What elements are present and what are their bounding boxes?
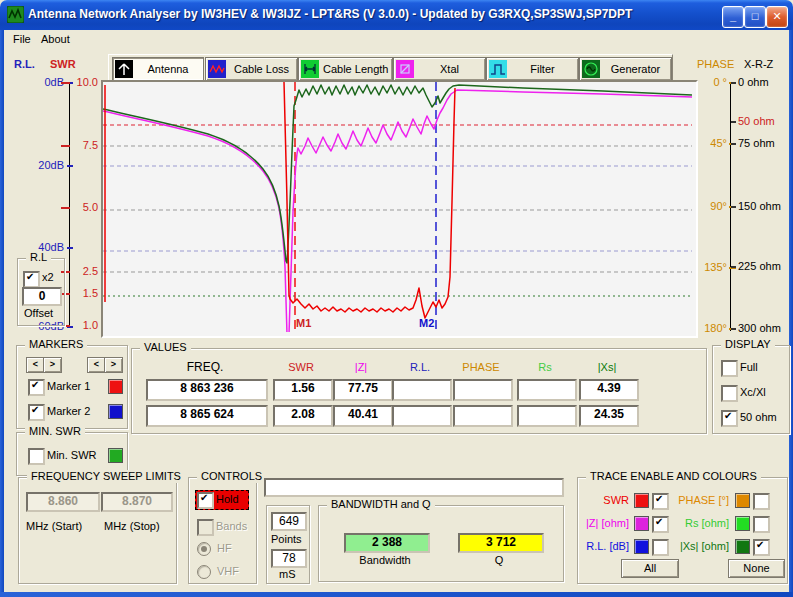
tab-cable-loss[interactable]: Cable Loss	[205, 57, 298, 81]
markers-box-title: MARKERS	[25, 338, 87, 351]
sweep-limits-box: FREQUENCY SWEEP LIMITS 8.860 8.870 MHz (…	[18, 477, 177, 584]
menu-file[interactable]: File	[9, 32, 35, 46]
trace-xs-label: |Xs| [ohm]	[667, 540, 729, 553]
chart-canvas[interactable]: M1 M2	[101, 80, 698, 338]
controls-box: CONTROLS Hold Bands HF VHF	[188, 477, 257, 584]
app-icon	[7, 6, 24, 23]
command-input[interactable]	[264, 478, 564, 497]
marker2-checkbox[interactable]	[28, 404, 45, 421]
bandwidth-q-box-title: BANDWIDTH and Q	[327, 498, 435, 511]
markers-box: MARKERS < > < > Marker 1 Marker 2	[16, 345, 128, 429]
trace-phase-checkbox[interactable]	[753, 493, 770, 510]
close-button[interactable]: ✕	[766, 6, 788, 28]
marker2-color-swatch[interactable]	[108, 404, 123, 419]
marker1-color-swatch[interactable]	[108, 379, 123, 394]
tab-filter-label: Filter	[507, 63, 578, 75]
controls-box-title: CONTROLS	[197, 470, 266, 483]
hold-control[interactable]: Hold	[195, 490, 249, 510]
values-m2-freq[interactable]: 8 865 624	[146, 405, 268, 427]
rl-offset-input[interactable]: 0	[22, 287, 62, 306]
display-box: DISPLAY Full Xc/Xl 50 ohm	[712, 345, 790, 434]
tab-antenna[interactable]: Antenna	[112, 57, 204, 81]
values-box: VALUES FREQ. SWR |Z| R.L. PHASE Rs |Xs| …	[131, 348, 707, 434]
hold-checkbox[interactable]	[197, 492, 214, 509]
trace-rs-color-swatch[interactable]	[735, 516, 750, 531]
axis-tick-swr-2-5: 2.5	[72, 265, 98, 278]
min-swr-checkbox[interactable]	[28, 448, 45, 465]
hf-label: HF	[217, 542, 232, 555]
display-xcxl-checkbox[interactable]	[721, 385, 738, 402]
tab-cable-length[interactable]: Cable Length	[298, 57, 393, 81]
trace-z-label: |Z| [ohm]	[579, 517, 629, 530]
hf-radio[interactable]	[197, 542, 211, 556]
marker2-right-button[interactable]: >	[104, 357, 123, 373]
trace-z-color-swatch[interactable]	[634, 516, 649, 531]
trace-xs-checkbox[interactable]	[753, 539, 770, 556]
trace-swr-color-swatch[interactable]	[634, 493, 649, 508]
bands-checkbox[interactable]	[197, 519, 214, 536]
tab-generator[interactable]: Generator	[579, 57, 672, 81]
values-header-z: |Z|	[333, 361, 389, 374]
min-swr-box-title: MIN. SWR	[25, 425, 85, 438]
trace-rs-label: Rs [ohm]	[667, 517, 729, 530]
axis-tick-phase-180: 180°	[697, 322, 727, 335]
marker2-label: M2	[419, 317, 434, 329]
window-border-right	[789, 28, 793, 593]
xrz-axis-header: X-R-Z	[744, 58, 773, 71]
display-50ohm-checkbox[interactable]	[721, 410, 738, 427]
values-m2-swr: 2.08	[273, 405, 333, 427]
values-m2-z: 40.41	[333, 405, 393, 427]
cable-loss-icon	[208, 60, 226, 78]
values-m1-freq[interactable]: 8 863 236	[146, 379, 268, 401]
values-m2-rl	[392, 405, 452, 427]
axis-tick-50ohm: 50 ohm	[738, 115, 786, 128]
rl-axis-header: R.L.	[14, 58, 35, 71]
axis-tick-0ohm: 0 ohm	[738, 76, 786, 89]
tab-antenna-label: Antenna	[133, 63, 203, 75]
tab-filter[interactable]: Filter	[486, 57, 579, 81]
marker2-checkbox-label: Marker 2	[47, 405, 90, 418]
marker1-checkbox[interactable]	[28, 379, 45, 396]
axis-tick-phase-0: 0 °	[697, 76, 727, 89]
minimize-button[interactable]: _	[722, 6, 744, 28]
bands-label: Bands	[216, 520, 247, 533]
phase-axis-header: PHASE	[697, 58, 734, 71]
trace-xs-color-swatch[interactable]	[735, 539, 750, 554]
trace-rs-checkbox[interactable]	[753, 516, 770, 533]
antenna-icon	[115, 60, 133, 78]
points-label: Points	[271, 533, 302, 546]
marker1-right-button[interactable]: >	[43, 357, 62, 373]
sweep-stop-input[interactable]: 8.870	[101, 492, 173, 512]
trace-rl-label: R.L. [dB]	[579, 540, 629, 553]
points-input[interactable]: 649	[271, 512, 307, 531]
axis-tick-75ohm: 75 ohm	[738, 137, 786, 150]
axis-tick-300ohm: 300 ohm	[738, 322, 786, 335]
sweep-start-input[interactable]: 8.860	[26, 492, 100, 512]
tab-cable-length-label: Cable Length	[319, 63, 392, 75]
vhf-radio[interactable]	[197, 565, 211, 579]
trace-none-button[interactable]: None	[728, 559, 785, 578]
window-title: Antenna Network Analyser by IW3HEV & IW3…	[28, 7, 632, 21]
display-full-checkbox[interactable]	[721, 360, 738, 377]
ms-label: mS	[279, 568, 296, 581]
swr-axis-header: SWR	[50, 58, 76, 71]
display-50ohm-label: 50 ohm	[740, 411, 777, 424]
trace-all-button[interactable]: All	[621, 559, 679, 578]
values-header-freq: FREQ.	[146, 361, 264, 374]
axis-tick-swr-1: 1.0	[72, 319, 98, 332]
min-swr-color-swatch[interactable]	[108, 448, 123, 463]
trace-enable-box: TRACE ENABLE AND COLOURS SWR PHASE [°] |…	[577, 477, 788, 584]
rl-x2-checkbox[interactable]	[23, 271, 40, 288]
trace-enable-box-title: TRACE ENABLE AND COLOURS	[586, 470, 761, 483]
maximize-button[interactable]: □	[744, 6, 766, 28]
chart-plot	[103, 82, 692, 332]
values-m1-xs: 4.39	[579, 379, 639, 401]
menu-about[interactable]: About	[37, 32, 74, 46]
axis-tick-phase-135: 135°	[697, 261, 727, 274]
trace-phase-color-swatch[interactable]	[735, 493, 750, 508]
trace-rl-color-swatch[interactable]	[634, 539, 649, 554]
tab-xtal[interactable]: Xtal	[393, 57, 486, 81]
values-header-phase: PHASE	[453, 361, 509, 374]
values-header-rl: R.L.	[392, 361, 448, 374]
ms-input[interactable]: 78	[271, 549, 307, 568]
